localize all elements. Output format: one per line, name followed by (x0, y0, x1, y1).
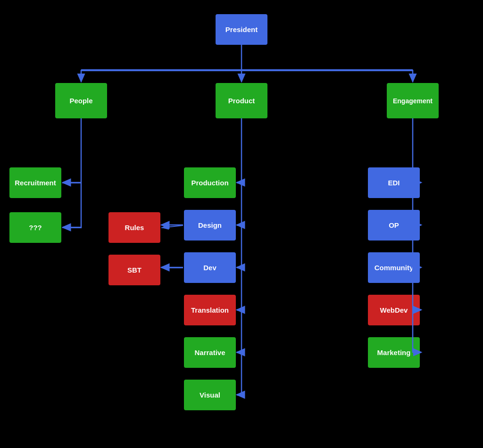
engagement-node: Engagement (387, 83, 439, 118)
sbt-node: SBT (108, 255, 160, 285)
translation-node: Translation (184, 295, 236, 325)
webdev-node: WebDev (368, 295, 420, 325)
design-node: Design (184, 210, 236, 241)
narrative-node: Narrative (184, 337, 236, 368)
visual-node: Visual (184, 380, 236, 410)
people-node: People (55, 83, 107, 118)
production-node: Production (184, 167, 236, 198)
recruitment-node: Recruitment (9, 167, 61, 198)
president-node: President (216, 14, 267, 45)
marketing-node: Marketing (368, 337, 420, 368)
edi-node: EDI (368, 167, 420, 198)
rules-node: Rules (108, 212, 160, 243)
product-node: Product (216, 83, 267, 118)
dev-node: Dev (184, 252, 236, 283)
svg-line-18 (161, 225, 183, 228)
org-chart: President People Product Engagement Recr… (0, 0, 483, 448)
op-node: OP (368, 210, 420, 241)
community-node: Community (368, 252, 420, 283)
unknown-node: ??? (9, 212, 61, 243)
